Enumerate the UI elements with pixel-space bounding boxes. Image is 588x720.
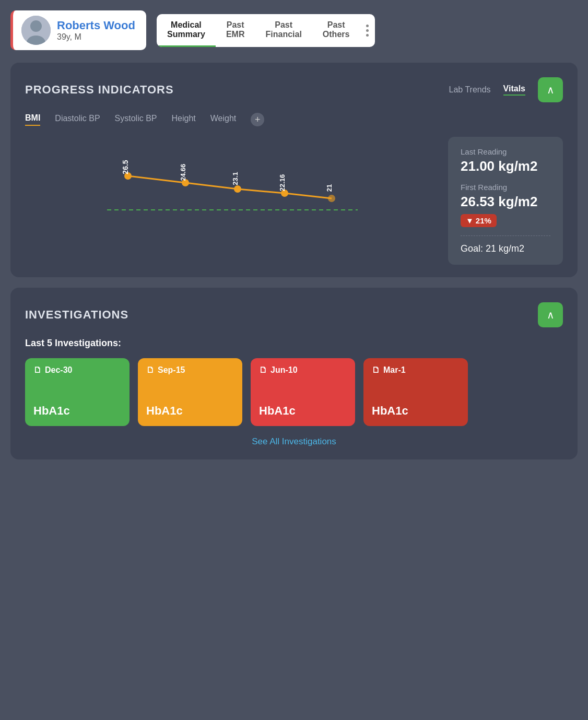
doc-icon-2: 🗋 — [146, 365, 155, 375]
first-reading-label: First Reading — [461, 183, 550, 192]
svg-text:22.16: 22.16 — [278, 174, 286, 192]
svg-point-1 — [30, 20, 42, 32]
patient-age-gender: 39y, M — [57, 32, 135, 42]
svg-point-6 — [234, 185, 241, 193]
readings-panel: Last Reading 21.00 kg/m2 First Reading 2… — [448, 137, 563, 265]
inv-type-sep15: HbA1c — [146, 404, 234, 418]
svg-text:26.5: 26.5 — [121, 160, 130, 174]
doc-icon-1: 🗋 — [33, 365, 42, 375]
last-reading-label: Last Reading — [461, 147, 550, 156]
patient-name: Roberts Wood — [57, 19, 135, 32]
tab-medical-summary[interactable]: MedicalSummary — [157, 14, 216, 47]
inv-date-dec30: 🗋 Dec-30 — [33, 365, 121, 375]
first-reading-value: 26.53 kg/m2 — [461, 194, 550, 210]
doc-icon-4: 🗋 — [372, 365, 380, 375]
bmi-tab[interactable]: BMI — [25, 113, 40, 126]
collapse-progress-button[interactable]: ∧ — [538, 77, 563, 102]
change-value: 21% — [476, 216, 491, 225]
investigations-card-header: INVESTIGATIONS ∧ — [25, 302, 563, 327]
tab-past-others[interactable]: PastOthers — [312, 14, 360, 47]
tab-past-financial[interactable]: PastFinancial — [255, 14, 312, 47]
change-badge: ▼ 21% — [461, 214, 497, 227]
inv-type-jun10: HbA1c — [259, 404, 347, 418]
dot2 — [366, 29, 369, 32]
patient-card: Roberts Wood 39y, M — [10, 10, 146, 50]
svg-text:24.66: 24.66 — [179, 164, 187, 181]
change-direction: ▼ — [466, 216, 474, 225]
last-reading-section: Last Reading 21.00 kg/m2 — [461, 147, 550, 174]
progress-indicators-card: PROGRESS INDICATORS Lab Trends Vitals ∧ … — [10, 63, 578, 277]
see-all-investigations-link[interactable]: See All Investigations — [25, 436, 563, 447]
inv-date-mar1: 🗋 Mar-1 — [372, 365, 460, 375]
last-reading-value: 21.00 kg/m2 — [461, 158, 550, 174]
investigations-title: INVESTIGATIONS — [25, 308, 128, 322]
weight-tab[interactable]: Weight — [210, 114, 237, 125]
investigation-cards-list: 🗋 Dec-30 HbA1c 🗋 Sep-15 HbA1c 🗋 Jun-10 H… — [25, 358, 563, 426]
progress-header-right: Lab Trends Vitals ∧ — [449, 77, 563, 102]
inv-type-dec30: HbA1c — [33, 404, 121, 418]
chevron-up-icon: ∧ — [547, 84, 555, 96]
more-options-button[interactable] — [360, 19, 375, 42]
tab-past-emr[interactable]: PastEMR — [216, 14, 255, 47]
inv-type-mar1: HbA1c — [372, 404, 460, 418]
inv-card-jun10[interactable]: 🗋 Jun-10 HbA1c — [251, 358, 355, 426]
lab-trends-link[interactable]: Lab Trends — [449, 85, 491, 95]
add-vital-button[interactable]: + — [251, 113, 264, 126]
nav-tabs: MedicalSummary PastEMR PastFinancial Pas… — [157, 14, 375, 47]
svg-text:21: 21 — [325, 184, 333, 192]
first-reading-section: First Reading 26.53 kg/m2 ▼ 21% — [461, 183, 550, 227]
progress-card-header: PROGRESS INDICATORS Lab Trends Vitals ∧ — [25, 77, 563, 102]
dot1 — [366, 25, 369, 27]
inv-card-sep15[interactable]: 🗋 Sep-15 HbA1c — [138, 358, 242, 426]
inv-card-mar1[interactable]: 🗋 Mar-1 HbA1c — [363, 358, 468, 426]
chart-area: 26.5 24.66 23.1 22.16 21 Last Reading 21… — [25, 137, 563, 265]
chevron-up-icon-2: ∧ — [547, 309, 555, 321]
inv-date-jun10: 🗋 Jun-10 — [259, 365, 347, 375]
collapse-investigations-button[interactable]: ∧ — [538, 302, 563, 327]
dot3 — [366, 34, 369, 37]
progress-title: PROGRESS INDICATORS — [25, 83, 174, 97]
systolic-bp-tab[interactable]: Systolic BP — [115, 114, 157, 125]
diastolic-bp-tab[interactable]: Diastolic BP — [55, 114, 100, 125]
investigations-card: INVESTIGATIONS ∧ Last 5 Investigations: … — [10, 288, 578, 459]
header: Roberts Wood 39y, M MedicalSummary PastE… — [10, 10, 578, 50]
doc-icon-3: 🗋 — [259, 365, 267, 375]
inv-card-dec30[interactable]: 🗋 Dec-30 HbA1c — [25, 358, 130, 426]
goal-section: Goal: 21 kg/m2 — [461, 235, 550, 254]
vitals-link[interactable]: Vitals — [503, 84, 525, 96]
height-tab[interactable]: Height — [172, 114, 196, 125]
vitals-tabs: BMI Diastolic BP Systolic BP Height Weig… — [25, 113, 563, 126]
svg-text:23.1: 23.1 — [231, 172, 239, 185]
goal-label: Goal: 21 kg/m2 — [461, 243, 524, 254]
inv-section-label: Last 5 Investigations: — [25, 338, 563, 349]
inv-date-sep15: 🗋 Sep-15 — [146, 365, 234, 375]
avatar — [21, 16, 51, 45]
patient-info: Roberts Wood 39y, M — [57, 19, 135, 42]
svg-point-8 — [328, 195, 335, 202]
bmi-chart: 26.5 24.66 23.1 22.16 21 — [25, 137, 440, 241]
